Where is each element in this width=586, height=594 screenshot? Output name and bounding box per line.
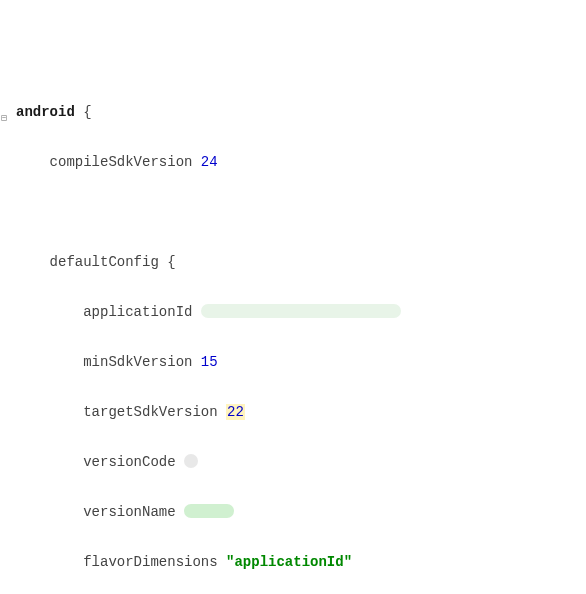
text: compileSdkVersion bbox=[16, 154, 201, 170]
text: defaultConfig { bbox=[4, 250, 176, 275]
number-literal: 15 bbox=[201, 354, 218, 370]
text: applicationId bbox=[16, 304, 201, 320]
code-line: minSdkVersion 15 bbox=[4, 350, 586, 375]
keyword-android: android bbox=[16, 104, 75, 120]
code-line: flavorDimensions "applicationId" bbox=[4, 550, 586, 575]
blank-line bbox=[4, 200, 586, 225]
code-line: ⊟android { bbox=[4, 100, 586, 125]
text: minSdkVersion bbox=[16, 354, 201, 370]
text: flavorDimensions bbox=[16, 554, 226, 570]
code-line: versionCode bbox=[4, 450, 586, 475]
code-line: applicationId bbox=[4, 300, 586, 325]
number-literal-highlighted: 22 bbox=[226, 404, 245, 420]
text: targetSdkVersion bbox=[16, 404, 226, 420]
text: versionName bbox=[16, 504, 184, 520]
code-line: targetSdkVersion 22 bbox=[4, 400, 586, 425]
code-line: versionName bbox=[4, 500, 586, 525]
string-literal: "applicationId" bbox=[226, 554, 352, 570]
redacted-value bbox=[201, 304, 401, 318]
number-literal: 24 bbox=[201, 154, 218, 170]
code-line: defaultConfig { bbox=[4, 250, 586, 275]
redacted-value bbox=[184, 454, 198, 468]
code-line: compileSdkVersion 24 bbox=[4, 150, 586, 175]
redacted-value bbox=[184, 504, 234, 518]
brace: { bbox=[75, 104, 92, 120]
fold-marker-icon[interactable]: ⊟ bbox=[1, 106, 11, 116]
text: versionCode bbox=[16, 454, 184, 470]
